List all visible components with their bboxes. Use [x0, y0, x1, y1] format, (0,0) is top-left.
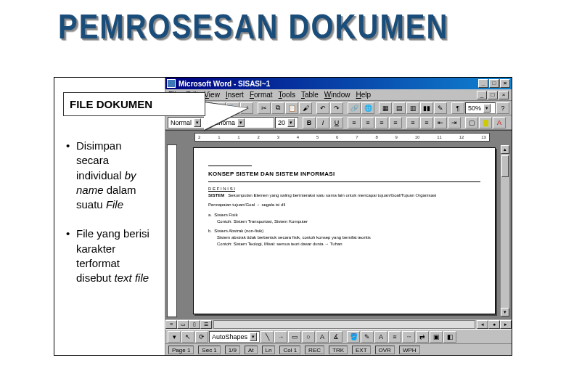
arrow-icon[interactable]: → [274, 331, 287, 343]
indent-icon[interactable]: ⇥ [448, 117, 461, 128]
minimize-button[interactable]: _ [478, 79, 488, 88]
browse-next-icon[interactable]: ▸ [500, 320, 512, 329]
align-right-icon[interactable]: ≡ [375, 117, 388, 128]
draw-menu-icon[interactable]: ▾ [168, 331, 181, 343]
wordart-icon[interactable]: ∡ [329, 331, 343, 343]
horizontal-scrollbar[interactable] [213, 320, 475, 329]
vertical-scrollbar[interactable]: ▴ ▾ [500, 144, 510, 317]
cut-icon[interactable]: ✂ [258, 102, 271, 114]
align-center-icon[interactable]: ≡ [361, 117, 374, 128]
normal-view-icon[interactable]: ≡ [165, 320, 177, 329]
fill-color-icon[interactable]: 🪣 [347, 331, 360, 343]
select-objects-icon[interactable]: ↖ [181, 331, 194, 343]
close-button[interactable]: × [500, 79, 510, 88]
ruler-tick: 6 [336, 135, 338, 139]
excel-icon[interactable]: ▥ [406, 102, 419, 114]
status-ext: EXT [352, 346, 371, 354]
justify-icon[interactable]: ≡ [389, 117, 402, 128]
page-layout-view-icon[interactable]: ▯ [189, 320, 200, 329]
scroll-thumb[interactable] [501, 155, 509, 177]
threed-icon[interactable]: ◧ [443, 331, 456, 343]
undo-icon[interactable]: ↶ [316, 102, 329, 114]
paste-icon[interactable]: 📋 [285, 102, 298, 114]
menu-tools[interactable]: Tools [279, 91, 295, 99]
dash-style-icon[interactable]: ┈ [402, 331, 415, 343]
numbered-list-icon[interactable]: ≡ [406, 117, 419, 128]
maximize-button[interactable]: □ [489, 79, 499, 88]
doc-heading: KONSEP SISTEM DAN SISTEM INFORMASI [208, 171, 480, 177]
outline-view-icon[interactable]: ☰ [200, 320, 212, 329]
drawing-icon[interactable]: ✎ [434, 102, 447, 114]
rectangle-icon[interactable]: ▭ [288, 331, 301, 343]
bold-button[interactable]: B [303, 117, 316, 128]
font-color-icon[interactable]: A [493, 117, 506, 128]
fontsize-combo[interactable]: 20 ▾ [275, 117, 298, 128]
header-line [208, 166, 252, 166]
document-area: KONSEP SISTEM DAN SISTEM INFORMASI D E F… [165, 143, 512, 319]
line-color-icon[interactable]: ✎ [361, 331, 374, 343]
font-color-icon[interactable]: A [374, 331, 387, 343]
rotate-icon[interactable]: ⟳ [195, 331, 208, 343]
document-page[interactable]: KONSEP SISTEM DAN SISTEM INFORMASI D E F… [193, 147, 496, 314]
tables-icon[interactable]: ▦ [379, 102, 392, 114]
scroll-down-icon[interactable]: ▾ [501, 308, 509, 317]
menu-view[interactable]: View [204, 91, 220, 99]
web-toolbar-icon[interactable]: 🌐 [361, 102, 374, 114]
section-label: D E F I N I S I [208, 187, 235, 191]
menu-help[interactable]: Help [356, 91, 371, 99]
window-title: Microsoft Word - SISASI~1 [179, 80, 270, 88]
ruler-tick: 7 [356, 135, 358, 139]
status-at: At [245, 346, 258, 354]
vertical-ruler[interactable] [167, 144, 177, 317]
align-left-icon[interactable]: ≡ [348, 117, 361, 128]
ruler-tick: 9 [395, 135, 398, 139]
line-icon[interactable]: ╲ [261, 331, 274, 343]
dropdown-arrow-icon[interactable]: ▾ [250, 332, 257, 341]
columns-icon[interactable]: ▮▮ [420, 102, 433, 114]
docmap-icon[interactable]: ¶ [451, 102, 464, 114]
underline-button[interactable]: U [330, 117, 343, 128]
hyperlink-icon[interactable]: 🔗 [348, 102, 361, 114]
dropdown-arrow-icon[interactable]: ▾ [287, 118, 295, 127]
dropdown-arrow-icon[interactable]: ▾ [483, 104, 491, 113]
doc-minimize-button[interactable]: _ [477, 91, 487, 99]
bullet-em: text file [115, 271, 149, 284]
menu-window[interactable]: Window [324, 91, 350, 99]
doc-close-button[interactable]: × [499, 91, 509, 99]
highlight-icon[interactable]: ▇ [479, 117, 492, 128]
shadow-icon[interactable]: ▣ [430, 331, 443, 343]
textbox-icon[interactable]: A [316, 331, 329, 343]
insert-table-icon[interactable]: ▤ [393, 102, 406, 114]
horizontal-ruler[interactable]: 2 1 1 2 3 4 5 6 7 8 9 10 11 12 13 [194, 133, 490, 142]
line-style-icon[interactable]: ≡ [388, 331, 401, 343]
oval-icon[interactable]: ○ [302, 331, 315, 343]
doc-maximize-button[interactable]: □ [488, 91, 498, 99]
drawing-toolbar: ▾ ↖ ⟳ AutoShapes ▾ ╲ → ▭ ○ A ∡ 🪣 ✎ A ≡ ┈… [165, 329, 512, 343]
zoom-combo[interactable]: 50% ▾ [465, 102, 496, 114]
online-view-icon[interactable]: ▭ [177, 320, 189, 329]
autoshapes-combo[interactable]: AutoShapes ▾ [209, 331, 260, 343]
browse-prev-icon[interactable]: ◂ [477, 320, 488, 329]
arrow-style-icon[interactable]: ⇄ [416, 331, 429, 343]
borders-icon[interactable]: ▢ [465, 117, 478, 128]
ruler-tick: 3 [277, 135, 279, 139]
scroll-up-icon[interactable]: ▴ [501, 145, 509, 154]
format-painter-icon[interactable]: 🖌 [299, 102, 312, 114]
bullet-em: File [106, 198, 123, 211]
titlebar: Microsoft Word - SISASI~1 _ □ × [165, 78, 512, 89]
menu-insert[interactable]: Insert [226, 91, 244, 99]
status-trk: TRK [329, 346, 348, 354]
menu-format[interactable]: Format [250, 91, 273, 99]
browse-object-icon[interactable]: ● [488, 320, 500, 329]
help-icon[interactable]: ? [496, 102, 509, 114]
status-ovr: OVR [375, 346, 395, 354]
redo-icon[interactable]: ↷ [330, 102, 343, 114]
ruler-tick: 2 [257, 135, 259, 139]
copy-icon[interactable]: ⧉ [271, 102, 284, 114]
bulleted-list-icon[interactable]: ≡ [420, 117, 433, 128]
doc-line: Pencapaian tujuan/Goal → segala isi dll [208, 203, 480, 208]
menu-table[interactable]: Table [301, 91, 319, 99]
status-rec: REC [305, 346, 324, 354]
italic-button[interactable]: I [316, 117, 329, 128]
outdent-icon[interactable]: ⇤ [434, 117, 447, 128]
